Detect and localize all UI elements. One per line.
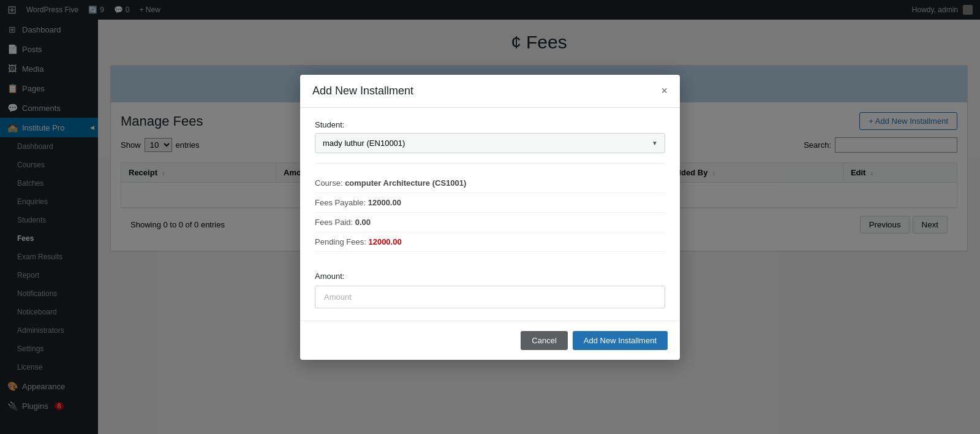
modal-footer: Cancel Add New Installment — [300, 321, 680, 360]
modal-title: Add New Installment — [312, 85, 413, 97]
fees-paid-row: Fees Paid: 0.00 — [315, 213, 665, 232]
pending-fees-label: Pending Fees: — [315, 237, 368, 246]
student-label: Student: — [315, 120, 665, 129]
course-info-section: Course: computer Architecture (CS1001) F… — [315, 163, 665, 262]
cancel-button[interactable]: Cancel — [521, 331, 567, 350]
fees-payable-value: 12000.00 — [368, 198, 401, 207]
modal-overlay: Add New Installment × Student: mady luth… — [0, 0, 980, 434]
student-group: Student: mady luthur (EN10001) — [315, 120, 665, 153]
modal: Add New Installment × Student: mady luth… — [300, 75, 680, 360]
course-row: Course: computer Architecture (CS1001) — [315, 173, 665, 193]
amount-section: Amount: — [315, 272, 665, 308]
fees-paid-label: Fees Paid: — [315, 218, 355, 227]
amount-label: Amount: — [315, 272, 665, 281]
fees-payable-row: Fees Payable: 12000.00 — [315, 193, 665, 213]
fees-payable-label: Fees Payable: — [315, 198, 368, 207]
add-new-installment-button[interactable]: Add New Installment — [573, 331, 668, 350]
course-value: computer Architecture (CS1001) — [345, 178, 466, 188]
student-select[interactable]: mady luthur (EN10001) — [315, 133, 665, 153]
course-label: Course: — [315, 178, 345, 188]
pending-fees-value: 12000.00 — [368, 237, 401, 246]
modal-header: Add New Installment × — [300, 75, 680, 108]
student-select-wrapper: mady luthur (EN10001) — [315, 133, 665, 153]
pending-fees-row: Pending Fees: 12000.00 — [315, 232, 665, 252]
modal-close-button[interactable]: × — [661, 85, 668, 96]
modal-body: Student: mady luthur (EN10001) Course: c… — [300, 108, 680, 321]
amount-input[interactable] — [315, 286, 665, 308]
fees-paid-value: 0.00 — [355, 218, 371, 227]
